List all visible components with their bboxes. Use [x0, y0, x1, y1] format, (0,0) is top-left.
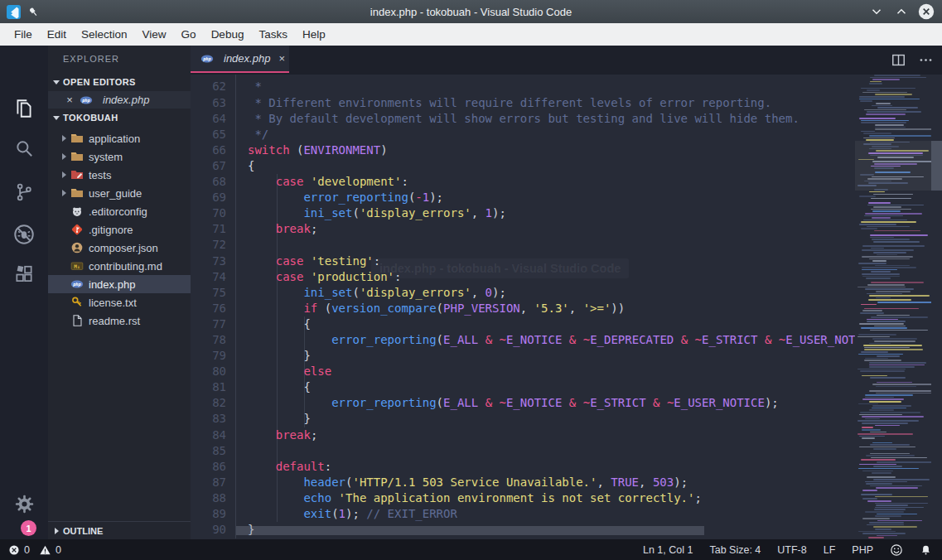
horizontal-scrollbar[interactable]: [236, 526, 704, 535]
minimap-line: [862, 490, 877, 491]
minimap-line: [876, 393, 931, 394]
menu-item-edit[interactable]: Edit: [40, 23, 74, 46]
explorer-icon[interactable]: [0, 92, 48, 125]
menu-item-selection[interactable]: Selection: [74, 23, 135, 46]
tree-item-user-guide[interactable]: user_guide: [48, 184, 191, 202]
extensions-icon[interactable]: [0, 258, 48, 291]
menu-item-debug[interactable]: Debug: [204, 23, 252, 46]
open-editor-item[interactable]: ×phpindex.php: [48, 91, 191, 109]
code-line-65[interactable]: 65 */: [191, 127, 855, 142]
line-number: 66: [191, 142, 248, 158]
menu-item-tasks[interactable]: Tasks: [251, 23, 295, 46]
status-item-tab-size-4[interactable]: Tab Size: 4: [709, 544, 761, 556]
minimap-line: [876, 103, 891, 104]
code-line-85[interactable]: 85: [191, 443, 855, 459]
tree-item-gitignore[interactable]: .gitignore: [48, 220, 191, 239]
code-line-68[interactable]: 68 case 'development':: [191, 174, 855, 190]
tree-item-license-txt[interactable]: license.txt: [48, 293, 191, 311]
warnings-icon[interactable]: [39, 544, 51, 556]
tree-item-tests[interactable]: tests: [48, 166, 191, 184]
tree-item-system[interactable]: system: [48, 147, 191, 166]
code-line-78[interactable]: 78 error_reporting(E_ALL & ~E_NOTICE & ~…: [191, 332, 855, 348]
code-line-75[interactable]: 75 ini_set('display_errors', 0);: [191, 285, 855, 301]
outline-section[interactable]: OUTLINE: [48, 521, 191, 539]
menu-item-view[interactable]: View: [135, 23, 174, 46]
code-line-80[interactable]: 80 else: [191, 364, 855, 379]
settings-gear-icon[interactable]: [0, 487, 48, 520]
close-button[interactable]: [917, 2, 935, 21]
more-actions-icon[interactable]: [918, 52, 934, 68]
code-line-77[interactable]: 77 {: [191, 316, 855, 332]
code-line-66[interactable]: 66switch (ENVIRONMENT): [191, 142, 855, 158]
code-line-63[interactable]: 63 * Different environments will require…: [191, 95, 855, 111]
code-line-71[interactable]: 71 break;: [191, 221, 855, 237]
split-editor-icon[interactable]: [891, 52, 906, 68]
warnings-count[interactable]: 0: [56, 544, 61, 556]
minimize-button[interactable]: [867, 2, 886, 21]
code-line-69[interactable]: 69 error_reporting(-1);: [191, 190, 855, 205]
code-area[interactable]: 61 *62 *63 * Different environments will…: [191, 63, 855, 538]
menu-item-help[interactable]: Help: [295, 23, 333, 46]
vertical-scrollbar[interactable]: [931, 141, 942, 191]
code-line-72[interactable]: 72: [191, 237, 855, 253]
code-line-81[interactable]: 81 {: [191, 379, 855, 395]
svg-text:php: php: [202, 56, 211, 62]
tree-item-index-php[interactable]: phpindex.php: [48, 275, 191, 293]
minimap-line: [870, 234, 928, 236]
status-item-lf[interactable]: LF: [824, 544, 836, 556]
workbench: 1 EXPLORER OPEN EDITORS ×phpindex.php TO…: [0, 46, 942, 539]
minimap-viewport[interactable]: [855, 141, 931, 191]
errors-count[interactable]: 0: [24, 544, 30, 556]
project-header[interactable]: TOKOBUAH: [48, 109, 191, 127]
notifications-bell-icon[interactable]: [920, 543, 932, 557]
status-item-ln-1-col-1[interactable]: Ln 1, Col 1: [643, 544, 693, 556]
code-line-76[interactable]: 76 if (version_compare(PHP_VERSION, '5.3…: [191, 301, 855, 316]
maximize-button[interactable]: [892, 2, 911, 21]
tab-close-icon[interactable]: ×: [278, 52, 285, 65]
minimap-line: [859, 323, 904, 325]
minimap-line: [877, 254, 897, 256]
code-line-73[interactable]: 73 case 'testing':: [191, 253, 855, 269]
code-line-83[interactable]: 83 }: [191, 411, 855, 427]
close-icon[interactable]: ×: [65, 94, 75, 106]
line-number: 81: [191, 379, 248, 395]
tree-item-composer-json[interactable]: composer.json: [48, 239, 191, 257]
code-line-74[interactable]: 74 case 'production':: [191, 269, 855, 285]
code-line-67[interactable]: 67{: [191, 158, 855, 174]
tree-item-contributing-md[interactable]: M↓contributing.md: [48, 257, 191, 275]
menu-item-go[interactable]: Go: [174, 23, 204, 46]
code-line-89[interactable]: 89 exit(1); // EXIT_ERROR: [191, 506, 855, 522]
tree-item-application[interactable]: application: [48, 129, 191, 147]
tree-item-readme-rst[interactable]: readme.rst: [48, 311, 191, 330]
status-item-php[interactable]: PHP: [852, 544, 873, 556]
debug-icon[interactable]: [0, 218, 48, 251]
code-line-64[interactable]: 64 * By default development will show er…: [191, 111, 855, 127]
minimap-line: [859, 99, 920, 100]
search-icon[interactable]: [0, 132, 48, 165]
open-editors-header[interactable]: OPEN EDITORS: [48, 73, 191, 91]
code-line-79[interactable]: 79 }: [191, 348, 855, 364]
menu-item-file[interactable]: File: [7, 23, 40, 46]
minimap-line: [869, 364, 925, 366]
minimap-line: [867, 476, 896, 478]
minimap-line: [877, 520, 922, 522]
feedback-smiley-icon[interactable]: [890, 543, 903, 557]
errors-icon[interactable]: [8, 544, 20, 556]
minimap-line: [859, 118, 895, 119]
tree-item-editorconfig[interactable]: .editorconfig: [48, 202, 191, 220]
code-text: {: [248, 158, 254, 174]
code-line-88[interactable]: 88 echo 'The application environment is …: [191, 490, 855, 506]
status-item-utf-8[interactable]: UTF-8: [777, 544, 806, 556]
code-line-62[interactable]: 62 *: [191, 79, 855, 94]
pin-icon[interactable]: [27, 6, 40, 18]
code-line-84[interactable]: 84 break;: [191, 427, 855, 443]
code-line-82[interactable]: 82 error_reporting(E_ALL & ~E_NOTICE & ~…: [191, 395, 855, 411]
code-line-86[interactable]: 86 default:: [191, 459, 855, 475]
source-control-icon[interactable]: [0, 176, 48, 209]
tab-index-php[interactable]: php index.php ×: [191, 46, 289, 73]
code-line-87[interactable]: 87 header('HTTP/1.1 503 Service Unavaila…: [191, 475, 855, 490]
minimap-line: [873, 526, 916, 528]
settings-badge[interactable]: 1: [21, 520, 36, 536]
code-line-70[interactable]: 70 ini_set('display_errors', 1);: [191, 205, 855, 221]
minimap-line: [868, 299, 911, 301]
